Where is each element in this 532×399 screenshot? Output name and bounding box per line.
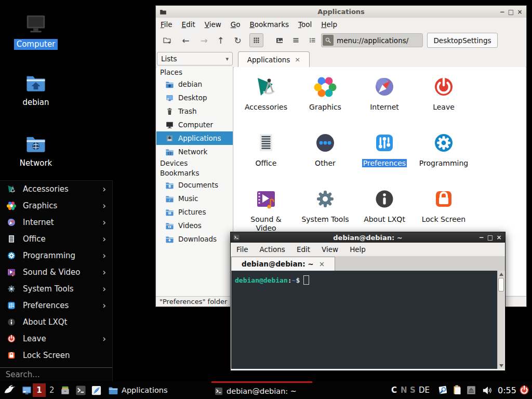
close-button[interactable]: × <box>495 234 503 241</box>
address-bar[interactable]: menu://applications/ <box>321 33 423 47</box>
sidebar-item-documents[interactable]: Documents <box>156 178 233 192</box>
quicklaunch-file-manager[interactable] <box>59 381 71 399</box>
menu-item-programming[interactable]: Programming › <box>0 247 112 264</box>
menu-item-graphics[interactable]: Graphics › <box>0 197 112 214</box>
desktop-settings-button[interactable]: DesktopSettings <box>427 33 498 48</box>
kbd-indicator-caps[interactable]: C <box>391 381 397 399</box>
app-item-sound-video[interactable]: Sound & Video <box>241 187 291 233</box>
sidebar-item-videos[interactable]: Videos <box>156 219 233 232</box>
new-tab-button[interactable] <box>160 33 174 47</box>
workspace-2-button[interactable]: 2 <box>49 381 55 399</box>
menu-file[interactable]: File <box>156 20 177 29</box>
shutdown-button[interactable] <box>518 381 530 399</box>
minimize-button[interactable]: − <box>477 234 486 241</box>
menu-actions[interactable]: Actions <box>254 245 291 254</box>
scroll-down-button[interactable] <box>498 362 504 369</box>
menu-file[interactable]: File <box>231 245 254 254</box>
menu-go[interactable]: Go <box>226 20 245 29</box>
search-input[interactable] <box>5 369 110 380</box>
menu-bookmarks[interactable]: Bookmarks <box>245 20 294 29</box>
app-item-leave[interactable]: Leave <box>419 74 469 112</box>
menu-tool[interactable]: Tool <box>294 20 316 29</box>
fm-panel-row: Lists ▾ Applications × <box>156 50 526 68</box>
sidebar-item-computer[interactable]: Computer <box>156 118 233 131</box>
reload-button[interactable]: ↻ <box>231 33 245 47</box>
compact-view-button[interactable] <box>289 33 303 47</box>
up-button[interactable]: ↑ <box>214 33 228 47</box>
tray-volume-icon[interactable] <box>481 381 493 399</box>
menu-item-about-lxqt[interactable]: About LXQt <box>0 314 112 330</box>
terminal-tab[interactable]: debian@debian: ~ × <box>231 257 335 271</box>
menu-item-accessories[interactable]: Accessories › <box>0 181 112 197</box>
sidebar-item-pictures[interactable]: Pictures <box>156 205 233 219</box>
tray-clipboard-icon[interactable] <box>451 381 463 399</box>
clock[interactable]: 0:55 <box>498 381 516 399</box>
menu-help[interactable]: Help <box>316 20 342 29</box>
kbd-indicator-scroll[interactable]: S <box>410 381 416 399</box>
app-item-accessories[interactable]: Accessories <box>241 74 291 112</box>
app-item-lock-screen[interactable]: Lock Screen <box>419 187 469 224</box>
maximize-button[interactable]: □ <box>486 234 495 241</box>
clipboard-icon <box>451 384 463 396</box>
menu-item-office[interactable]: Office › <box>0 231 112 247</box>
minimize-button[interactable]: − <box>498 8 507 16</box>
icon-view-button[interactable] <box>249 33 263 47</box>
menu-view[interactable]: View <box>316 245 344 254</box>
desktop-icon-network[interactable]: Network <box>10 132 62 169</box>
show-desktop-button[interactable] <box>21 381 33 399</box>
task-button-terminal[interactable]: debian@debian: ~ <box>211 381 312 399</box>
maximize-button[interactable]: □ <box>507 8 515 16</box>
app-item-office[interactable]: Office <box>241 130 291 168</box>
desktop-icon-debian[interactable]: debian <box>10 72 62 108</box>
app-item-preferences[interactable]: Preferences <box>360 130 409 168</box>
sidebar-item-downloads[interactable]: Downloads <box>156 232 233 246</box>
menu-item-sound-video[interactable]: Sound & Video › <box>0 264 112 281</box>
app-item-internet[interactable]: Internet <box>360 74 409 112</box>
sidebar-item-trash[interactable]: Trash <box>156 104 233 118</box>
app-item-other[interactable]: Other <box>300 130 350 168</box>
sidebar-item-applications[interactable]: Applications <box>156 131 233 145</box>
detailed-view-button[interactable] <box>305 33 320 47</box>
tray-eject-icon[interactable] <box>466 381 477 399</box>
quicklaunch-featherpad[interactable] <box>90 381 102 399</box>
menu-item-lock-screen[interactable]: Lock Screen <box>0 347 112 364</box>
terminal-scrollbar[interactable] <box>497 271 504 369</box>
workspace-1-button[interactable]: 1 <box>33 383 46 397</box>
back-button[interactable]: ← <box>179 33 193 47</box>
menu-view[interactable]: View <box>200 20 226 29</box>
fm-titlebar[interactable]: Applications − □ × <box>156 6 526 18</box>
menu-item-leave[interactable]: Leave › <box>0 330 112 347</box>
terminal-screen[interactable]: debian@debian:~$ <box>231 271 497 369</box>
sidebar-item-network[interactable]: Network <box>156 145 233 158</box>
sidebar-item-debian[interactable]: debian <box>156 77 233 91</box>
close-button[interactable]: × <box>515 8 524 16</box>
menu-item-preferences[interactable]: Preferences › <box>0 297 112 314</box>
keyboard-layout-indicator[interactable]: DE <box>419 381 430 399</box>
terminal-titlebar[interactable]: debian@debian: ~ − □ × <box>231 232 505 243</box>
menu-item-internet[interactable]: Internet › <box>0 214 112 231</box>
tray-screenshot-icon[interactable] <box>437 381 449 399</box>
app-item-graphics[interactable]: Graphics <box>300 74 350 112</box>
task-button-applications[interactable]: Applications <box>108 381 207 399</box>
kbd-indicator-num[interactable]: N <box>401 381 407 399</box>
sidebar-item-music[interactable]: Music <box>156 192 233 205</box>
forward-button[interactable]: → <box>197 33 211 47</box>
scrollbar-thumb[interactable] <box>498 278 504 291</box>
menu-edit[interactable]: Edit <box>291 245 316 254</box>
app-item-system-tools[interactable]: System Tools <box>300 187 350 224</box>
sidebar-item-desktop[interactable]: Desktop <box>156 91 233 104</box>
menu-edit[interactable]: Edit <box>177 20 200 29</box>
menu-help[interactable]: Help <box>344 245 371 254</box>
desktop-icon-computer[interactable]: Computer <box>10 11 62 50</box>
thumbnail-view-button[interactable] <box>272 33 286 47</box>
start-menu-button[interactable] <box>3 381 17 399</box>
tab-close-icon[interactable]: × <box>319 260 325 268</box>
app-item-about-lxqt[interactable]: About LXQt <box>360 187 409 224</box>
tab-close-icon[interactable]: × <box>295 56 300 63</box>
menu-item-system-tools[interactable]: System Tools › <box>0 281 112 297</box>
side-pane-selector[interactable]: Lists ▾ <box>157 52 233 65</box>
scroll-up-button[interactable] <box>498 271 504 277</box>
tab-applications[interactable]: Applications × <box>238 51 310 67</box>
quicklaunch-terminal[interactable] <box>75 381 87 399</box>
app-item-programming[interactable]: Programming <box>419 130 469 168</box>
